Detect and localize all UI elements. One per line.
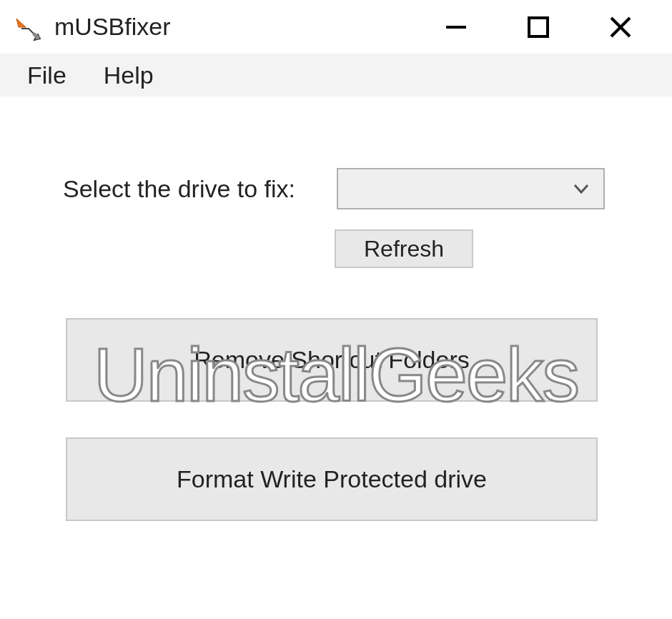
window-controls xyxy=(440,0,672,54)
minimize-icon xyxy=(443,14,469,40)
app-title: mUSBfixer xyxy=(54,13,170,41)
remove-shortcut-button-label: Remove Shortcut Folders xyxy=(194,346,470,374)
select-drive-label: Select the drive to fix: xyxy=(63,175,295,203)
remove-shortcut-button[interactable]: Remove Shortcut Folders xyxy=(66,318,598,402)
maximize-icon xyxy=(526,15,550,39)
svg-rect-2 xyxy=(529,18,548,36)
refresh-button[interactable]: Refresh xyxy=(335,229,473,268)
chevron-down-icon xyxy=(572,179,591,198)
refresh-button-label: Refresh xyxy=(364,236,444,262)
content-area: Select the drive to fix: Refresh Remove … xyxy=(0,96,672,521)
drive-select-row: Select the drive to fix: xyxy=(0,168,672,209)
menu-file[interactable]: File xyxy=(27,61,66,89)
menu-help[interactable]: Help xyxy=(104,61,154,89)
titlebar: mUSBfixer xyxy=(0,0,672,54)
drive-dropdown[interactable] xyxy=(337,168,605,209)
format-drive-button[interactable]: Format Write Protected drive xyxy=(66,437,598,521)
app-icon xyxy=(13,13,41,41)
maximize-button[interactable] xyxy=(522,11,554,43)
minimize-button[interactable] xyxy=(440,11,472,43)
close-icon xyxy=(608,14,633,40)
close-button[interactable] xyxy=(604,11,636,43)
menubar: File Help xyxy=(0,54,672,96)
format-drive-button-label: Format Write Protected drive xyxy=(177,465,487,493)
